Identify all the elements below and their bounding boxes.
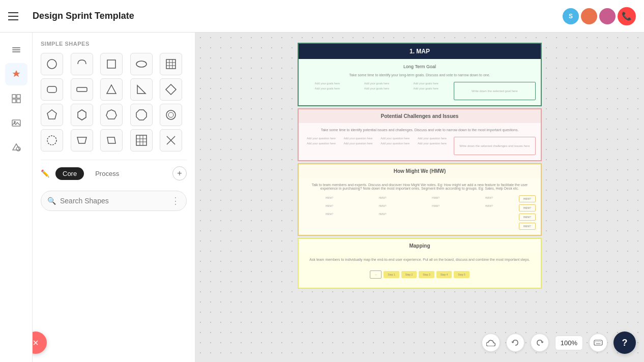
svg-rect-18 — [47, 86, 56, 93]
map-header: 1. MAP — [299, 44, 541, 59]
shape-diamond[interactable] — [160, 78, 182, 101]
shape-ellipse[interactable] — [130, 53, 153, 75]
hmw-cell-1: HMW? — [304, 195, 355, 200]
shape-grid[interactable] — [130, 129, 153, 152]
flow-step-2: Step 2 — [401, 271, 417, 278]
q-cell-2: Add your question here — [341, 137, 376, 140]
hmw-cell-12 — [463, 212, 515, 217]
q-cell-4: Add your question here — [415, 137, 450, 140]
tab-core[interactable]: Core — [55, 167, 84, 180]
cloud-button[interactable] — [482, 334, 500, 352]
tab-process[interactable]: Process — [88, 167, 126, 180]
shape-hexagon[interactable] — [71, 104, 93, 126]
redo-button[interactable] — [531, 334, 549, 352]
hmw-cell-9: HMW? — [304, 212, 355, 217]
map-sublabel: Long Term Goal — [304, 64, 536, 69]
goal-cell-2: Add your goals here — [353, 82, 400, 85]
svg-rect-2 — [12, 51, 20, 52]
mapping-desc: Ask team members to individually map the… — [304, 258, 536, 261]
hmw-btn-3[interactable]: HMW? — [519, 214, 536, 221]
map-desc: Take some time to identify your long-ter… — [304, 73, 536, 77]
hmw-body: Talk to team members and experts. Discus… — [299, 178, 541, 235]
sidebar-frame-icon[interactable] — [5, 87, 27, 110]
goal-cell-5: Add your goals here — [353, 87, 400, 90]
section-mapping[interactable]: Mapping Ask team members to individually… — [298, 238, 542, 289]
svg-rect-1 — [12, 49, 20, 50]
canvas-area[interactable]: 1. MAP Long Term Goal Take some time to … — [195, 33, 644, 362]
help-button[interactable]: ? — [613, 331, 636, 354]
shape-circle2[interactable] — [160, 104, 182, 126]
hmw-btn-1[interactable]: HMW? — [519, 195, 536, 202]
challenges-selected-box[interactable]: Write down the selected challenges and i… — [454, 137, 536, 155]
canvas-content: 1. MAP Long Term Goal Take some time to … — [298, 43, 542, 352]
shape-trapezoid[interactable] — [71, 129, 93, 152]
shape-pentagon[interactable] — [41, 104, 63, 126]
bottom-bar: 100% ? — [482, 331, 636, 354]
svg-rect-4 — [17, 95, 20, 98]
shape-parallelogram[interactable] — [100, 129, 123, 152]
sidebar-shape-icon[interactable] — [5, 136, 27, 159]
sidebar-menu-icon[interactable] — [5, 39, 27, 61]
q-cell-3: Add your question here — [377, 137, 413, 140]
flow-step-5: Step 5 — [454, 271, 469, 278]
shape-heptagon[interactable] — [100, 104, 123, 126]
section-map[interactable]: 1. MAP Long Term Goal Take some time to … — [298, 43, 542, 106]
avatar-p[interactable] — [581, 8, 597, 24]
hmw-cell-3: HMW? — [410, 195, 461, 200]
sidebar-image-icon[interactable] — [5, 112, 27, 134]
svg-rect-6 — [17, 99, 20, 103]
shape-right-triangle[interactable] — [130, 78, 153, 101]
map-body: Long Term Goal Take some time to identif… — [299, 59, 541, 105]
q-cell-7: Add your question here — [377, 142, 413, 145]
sidebar-star-icon[interactable] — [5, 63, 27, 85]
hmw-cell-2: HMW? — [357, 195, 408, 200]
shape-rounded-rect[interactable] — [41, 78, 63, 101]
svg-marker-31 — [107, 137, 115, 143]
goal-cell-6: Add your goals here — [402, 87, 450, 90]
hmw-btn-4[interactable]: HMW? — [519, 223, 536, 230]
shape-square[interactable] — [100, 53, 123, 75]
search-more-icon[interactable]: ⋮ — [171, 195, 180, 206]
mapping-flow: → Step 1 Step 2 Step 3 Step 4 Step 5 — [304, 266, 536, 283]
shape-arc[interactable] — [71, 53, 93, 75]
search-icon: 🔍 — [47, 197, 56, 205]
mapping-body: Ask team members to individually map the… — [299, 253, 541, 288]
undo-button[interactable] — [506, 334, 524, 352]
section-challenges[interactable]: Potential Challenges and Issues Take som… — [298, 108, 542, 161]
tab-add-button[interactable]: + — [172, 166, 187, 180]
search-bar[interactable]: 🔍 ⋮ — [41, 191, 187, 211]
zoom-label[interactable]: 100% — [555, 336, 583, 350]
avatar-s[interactable]: S — [563, 8, 579, 24]
shapes-section-title: SIMPLE SHAPES — [41, 41, 187, 47]
shape-triangle[interactable] — [100, 78, 123, 101]
call-button[interactable]: 📞 — [618, 7, 636, 25]
shapes-tabs: ✏️ Core Process + — [41, 160, 187, 180]
section-hmw[interactable]: How Might We (HMW) Talk to team members … — [298, 163, 542, 236]
shape-cross[interactable] — [160, 129, 182, 152]
shape-circle3[interactable] — [41, 129, 63, 152]
svg-rect-32 — [136, 135, 147, 145]
goal-selected-box[interactable]: Write down the selected goal here — [454, 82, 536, 100]
svg-marker-30 — [77, 137, 86, 143]
keyboard-button[interactable] — [589, 334, 607, 352]
search-input[interactable] — [60, 197, 167, 205]
shape-table[interactable] — [160, 53, 182, 75]
flow-step-1: Step 1 — [384, 271, 399, 278]
svg-rect-0 — [12, 47, 20, 48]
svg-rect-7 — [12, 120, 20, 126]
svg-point-29 — [47, 136, 56, 145]
avatar-g[interactable] — [599, 8, 616, 24]
menu-button[interactable] — [8, 8, 24, 24]
shape-octagon[interactable] — [130, 104, 153, 126]
hmw-cell-6: HMW? — [357, 203, 408, 208]
svg-rect-13 — [166, 59, 175, 69]
hmw-cell-7: HMW? — [410, 203, 461, 208]
svg-point-27 — [166, 110, 175, 119]
svg-marker-25 — [106, 110, 116, 119]
page-title: Design Sprint Template — [33, 11, 554, 21]
shape-circle[interactable] — [41, 53, 63, 75]
header: Design Sprint Template S 📞 — [0, 0, 644, 33]
hmw-btn-2[interactable]: HMW? — [519, 204, 536, 212]
shape-wide-rect[interactable] — [71, 78, 93, 101]
avatar-group: S 📞 — [563, 7, 636, 25]
